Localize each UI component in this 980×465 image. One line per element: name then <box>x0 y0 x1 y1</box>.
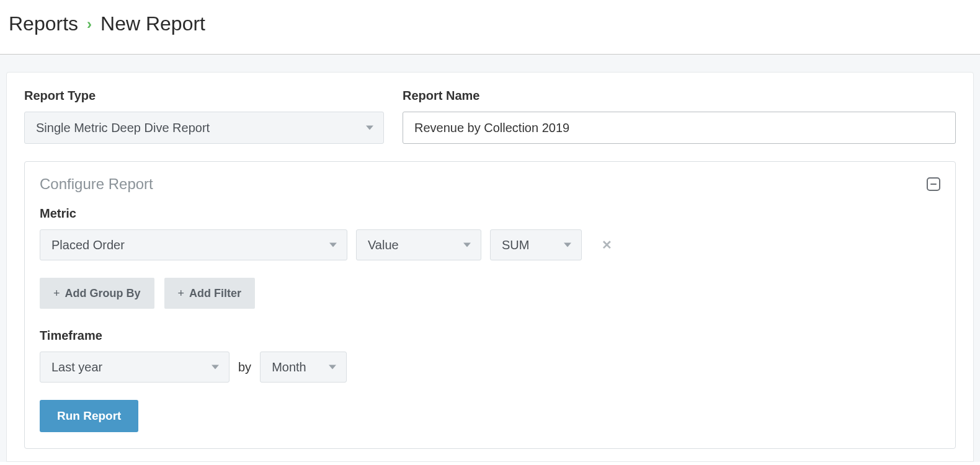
remove-metric-button[interactable]: ✕ <box>602 237 612 252</box>
page-header: Reports › New Report <box>0 0 980 54</box>
breadcrumb-current: New Report <box>100 12 205 35</box>
breadcrumb-root[interactable]: Reports <box>9 12 78 35</box>
metric-row: Placed Order Value SUM ✕ <box>40 229 940 260</box>
panel-title: Configure Report <box>40 175 153 193</box>
plus-icon: + <box>53 287 60 300</box>
timeframe-row: Last year by Month <box>40 352 940 383</box>
metric-property-value: Value <box>368 238 399 252</box>
plus-icon: + <box>178 287 185 300</box>
report-type-field: Report Type Single Metric Deep Dive Repo… <box>24 89 384 144</box>
caret-down-icon <box>329 365 336 370</box>
minus-icon <box>930 184 937 185</box>
timeframe-interval-value: Month <box>272 360 306 374</box>
report-name-input[interactable] <box>403 112 956 144</box>
report-type-label: Report Type <box>24 89 384 103</box>
metric-event-select[interactable]: Placed Order <box>40 229 347 260</box>
metric-event-value: Placed Order <box>51 238 125 252</box>
caret-down-icon <box>329 243 337 247</box>
caret-down-icon <box>564 243 571 247</box>
caret-down-icon <box>463 243 471 247</box>
metric-action-buttons: + Add Group By + Add Filter <box>40 278 940 309</box>
add-group-by-label: Add Group By <box>65 287 141 300</box>
panel-header: Configure Report <box>40 175 940 193</box>
add-filter-label: Add Filter <box>189 287 241 300</box>
add-group-by-button[interactable]: + Add Group By <box>40 278 154 309</box>
report-name-label: Report Name <box>403 89 956 103</box>
timeframe-interval-select[interactable]: Month <box>260 352 347 383</box>
report-name-field: Report Name <box>403 89 956 144</box>
caret-down-icon <box>366 126 373 130</box>
timeframe-label: Timeframe <box>40 329 940 343</box>
report-card: Report Type Single Metric Deep Dive Repo… <box>6 72 974 462</box>
page-body: Report Type Single Metric Deep Dive Repo… <box>0 55 980 462</box>
breadcrumb: Reports › New Report <box>9 12 971 35</box>
metric-agg-select[interactable]: SUM <box>490 229 582 260</box>
metric-property-select[interactable]: Value <box>356 229 481 260</box>
metric-label: Metric <box>40 206 940 221</box>
collapse-button[interactable] <box>927 177 940 191</box>
timeframe-range-value: Last year <box>51 360 102 374</box>
by-text: by <box>238 360 251 374</box>
chevron-right-icon: › <box>87 16 92 33</box>
add-filter-button[interactable]: + Add Filter <box>164 278 256 309</box>
report-type-value: Single Metric Deep Dive Report <box>36 121 210 135</box>
top-row: Report Type Single Metric Deep Dive Repo… <box>24 89 956 144</box>
configure-panel: Configure Report Metric Placed Order Val… <box>24 161 956 449</box>
report-type-select[interactable]: Single Metric Deep Dive Report <box>24 112 384 144</box>
metric-agg-value: SUM <box>502 238 529 252</box>
run-report-button[interactable]: Run Report <box>40 400 138 432</box>
timeframe-range-select[interactable]: Last year <box>40 352 229 383</box>
caret-down-icon <box>212 365 219 370</box>
close-icon: ✕ <box>602 238 612 252</box>
